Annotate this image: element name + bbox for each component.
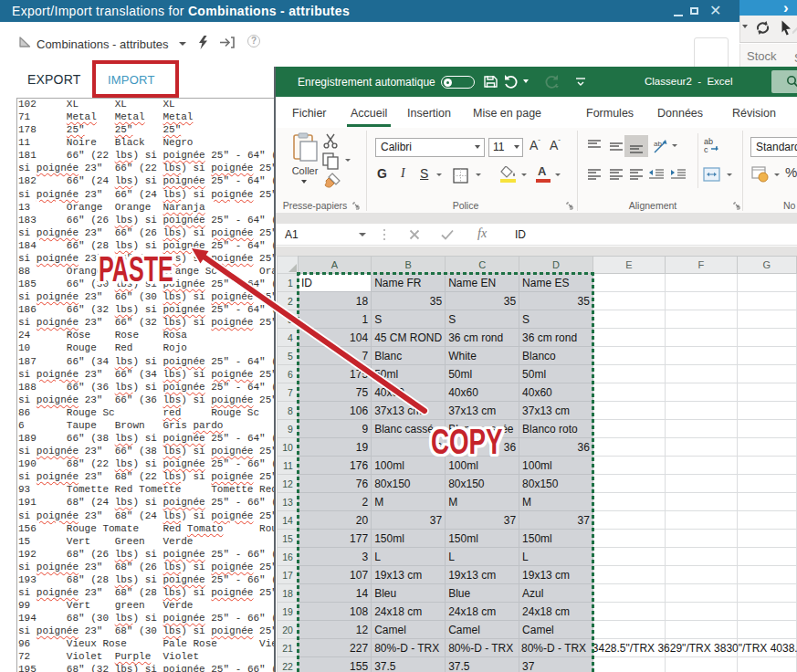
svg-text:ab: ab: [654, 140, 662, 148]
svg-text:c: c: [704, 145, 708, 153]
